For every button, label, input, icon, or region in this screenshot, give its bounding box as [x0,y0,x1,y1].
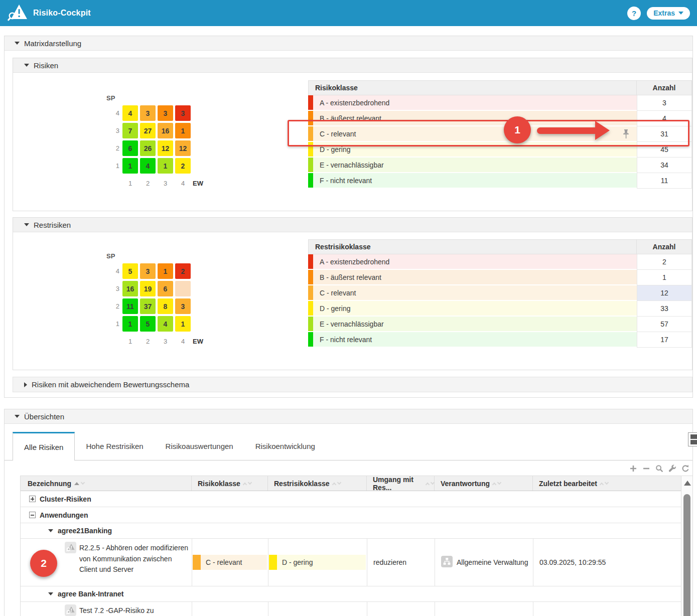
vertical-scrollbar[interactable] [681,476,692,616]
column-header-restrisikoklasse[interactable]: Restrisikoklasse [268,476,367,491]
matrix-cell[interactable]: 19 [140,281,156,296]
classtable-row[interactable]: A - existenzbedrohend2 [308,254,692,270]
matrix-cell[interactable]: 16 [158,123,173,138]
extras-button[interactable]: Extras [647,7,690,20]
matrix-cell[interactable]: 6 [122,140,138,156]
matrix-cell[interactable]: 1 [158,158,173,174]
column-header-bezeichnung[interactable]: Bezeichnung [21,476,192,491]
panel-header-risiken[interactable]: Risiken [13,58,692,73]
matrix-cell[interactable]: 12 [175,140,191,156]
matrix-cell[interactable]: 4 [140,158,156,174]
matrix-cell[interactable]: 6 [158,281,173,296]
verantwortung-label: Allgemeine Verwaltung [457,558,528,566]
matrix-cell[interactable]: 5 [122,263,138,279]
collapse-minus-icon[interactable] [29,512,36,518]
scrollbar-thumb[interactable] [683,494,690,616]
section-header-uebersichten[interactable]: Übersichten [5,409,692,424]
matrix-cell[interactable]: 7 [122,123,138,138]
group-row-agree21banking[interactable]: agree21Banking [21,523,681,539]
classtable-count-header[interactable]: Anzahl [637,239,692,254]
collapse-caret-icon[interactable] [48,592,53,595]
expand-plus-icon[interactable] [29,496,36,502]
risk-class-label-text: A - existenzbedrohend [320,258,389,266]
matrix-cell[interactable]: 11 [122,298,138,314]
minus-icon[interactable] [642,464,650,473]
sort-asc-icon [332,482,336,486]
classtable-row[interactable]: F - nicht relevant11 [308,173,692,189]
annotation-box-1 [288,120,689,146]
grid-cell [268,602,367,616]
refresh-icon[interactable] [681,464,689,473]
group-row-anwendungen[interactable]: Anwendungen [21,507,681,523]
risk-class-label-text: B - äußerst relevant [320,273,381,281]
group-row-agree-bank-intranet[interactable]: agree Bank-Intranet [21,586,681,602]
matrix-cell[interactable]: 16 [122,281,138,296]
column-header-verantwortung[interactable]: Verantwortung [435,476,533,491]
panel-header-restrisiken[interactable]: Restrisiken [13,218,692,232]
column-header-risikoklasse[interactable]: Risikoklasse [192,476,268,491]
classtable-row[interactable]: F - nicht relevant17 [308,332,692,348]
tab-risikoauswertungen[interactable]: Risikoauswertungen [155,432,244,460]
risk-class-color-bar [193,555,201,570]
help-button[interactable]: ? [627,7,641,20]
matrix-col-label: 1 [128,180,132,187]
matrix-col-label: 2 [146,180,150,187]
scroll-up-arrow-icon[interactable] [684,481,691,486]
risiko-cockpit-app: Risiko-Cockpit ? Extras Matrixdarstellun… [0,0,697,616]
classtable-class-header[interactable]: Risikoklasse [308,80,637,95]
panel-toggle-icon[interactable] [688,432,697,446]
matrix-row-label: 4 [116,267,120,275]
matrix-cell[interactable]: 3 [158,105,173,121]
matrix-spacer [106,176,120,191]
matrix-cell[interactable]: 1 [175,123,191,138]
tab-alle-risiken[interactable]: Alle Risiken [13,432,75,460]
column-header-umgang-mit-res-[interactable]: Umgang mit Res... [367,476,435,491]
risk-class-color-bar [308,173,313,188]
matrix-cell[interactable]: 1 [175,316,191,332]
grid-cell [192,602,268,616]
column-header-zuletzt-bearbeitet[interactable]: Zuletzt bearbeitet [533,476,681,491]
classtable-row[interactable]: B - äußerst relevant1 [308,270,692,285]
matrix-cell[interactable]: 4 [122,105,138,121]
grid-cell [435,602,533,616]
section-header-matrixdarstellung[interactable]: Matrixdarstellung [5,36,692,51]
section-header-abweichendes-schema[interactable]: Risiken mit abweichendem Bewertungsschem… [13,377,692,392]
matrix-cell[interactable]: 3 [140,263,156,279]
matrix-cell[interactable]: 3 [140,105,156,121]
sort-indicator-icon [333,481,341,486]
risk-class-color-bar [308,254,313,269]
classtable-row[interactable]: E - vernachlässigbar57 [308,317,692,332]
matrix-col-label: 4 [181,180,185,187]
risk-row[interactable]: Test 7.2 -GAP-Risiko zu [21,602,681,616]
matrix-cell[interactable]: 1 [122,316,138,332]
matrix-cell[interactable]: 12 [158,140,173,156]
matrix-cell[interactable]: 4 [158,316,173,332]
matrix-cell[interactable]: 8 [158,298,173,314]
matrix-cell[interactable] [175,281,191,296]
matrix-cell[interactable]: 3 [175,298,191,314]
search-icon[interactable] [655,464,663,473]
wrench-icon[interactable] [668,464,676,473]
matrix-cell[interactable]: 26 [140,140,156,156]
group-row-cluster-risiken[interactable]: Cluster-Risiken [21,491,681,507]
matrix-cell[interactable]: 2 [175,263,191,279]
plus-icon[interactable] [629,464,637,473]
matrix-cell[interactable]: 2 [175,158,191,174]
matrix-cell[interactable]: 37 [140,298,156,314]
classtable-class-header[interactable]: Restrisikoklasse [308,239,637,254]
collapse-caret-icon[interactable] [48,529,53,532]
matrix-cell[interactable]: 3 [175,105,191,121]
matrix-cell[interactable]: 1 [158,263,173,279]
classtable-count-header[interactable]: Anzahl [637,80,692,95]
classtable-row[interactable]: C - relevant12 [308,285,692,301]
matrix-cell[interactable]: 1 [122,158,138,174]
matrix-cell[interactable]: 27 [140,123,156,138]
risk-row[interactable]: R2.2.5 - Abhören oder modifizieren von K… [21,539,681,586]
tab-risikoentwicklung[interactable]: Risikoentwicklung [244,432,326,460]
matrix-cell[interactable]: 5 [140,316,156,332]
classtable-row[interactable]: A - existenzbedrohend3 [308,95,692,111]
classtable-row[interactable]: E - vernachlässigbar34 [308,158,692,173]
risk-class-color-bar [308,301,313,316]
tab-hohe-restrisiken[interactable]: Hohe Restrisiken [75,432,154,460]
classtable-row[interactable]: D - gering33 [308,301,692,317]
